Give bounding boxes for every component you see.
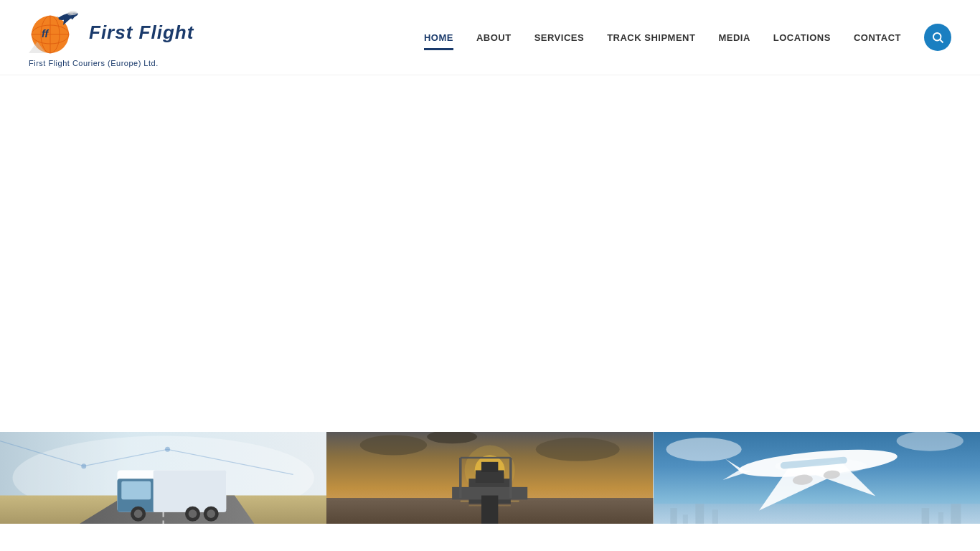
ship-image-card bbox=[326, 432, 653, 524]
truck-image bbox=[0, 432, 326, 524]
logo-company-name: First Flight bbox=[89, 22, 194, 44]
svg-point-27 bbox=[189, 509, 197, 518]
svg-point-53 bbox=[666, 438, 741, 461]
svg-point-25 bbox=[134, 509, 143, 518]
svg-rect-63 bbox=[951, 504, 961, 524]
svg-rect-58 bbox=[683, 514, 688, 524]
svg-point-33 bbox=[81, 463, 86, 468]
site-header: ff First Flight bbox=[0, 0, 980, 75]
airplane-image bbox=[654, 432, 980, 524]
bottom-image-strip bbox=[0, 432, 980, 524]
svg-rect-46 bbox=[481, 496, 498, 524]
svg-point-11 bbox=[67, 12, 73, 16]
nav-item-locations[interactable]: LOCATIONS bbox=[773, 29, 831, 46]
svg-rect-62 bbox=[938, 512, 943, 524]
logo-area[interactable]: ff First Flight bbox=[29, 7, 194, 67]
svg-rect-57 bbox=[670, 508, 677, 524]
nav-item-media[interactable]: MEDIA bbox=[718, 29, 750, 46]
nav-item-contact[interactable]: CONTACT bbox=[854, 29, 901, 46]
svg-rect-59 bbox=[695, 504, 704, 524]
svg-text:ff: ff bbox=[42, 28, 49, 39]
svg-rect-22 bbox=[154, 470, 227, 512]
truck-image-card bbox=[0, 432, 326, 524]
logo-subtitle: First Flight Couriers (Europe) Ltd. bbox=[29, 59, 159, 67]
nav-item-track-shipment[interactable]: TRACK SHIPMENT bbox=[607, 29, 695, 46]
nav-item-about[interactable]: ABOUT bbox=[476, 29, 512, 46]
ship-image bbox=[326, 432, 653, 524]
svg-rect-60 bbox=[712, 509, 717, 524]
svg-rect-23 bbox=[121, 481, 151, 500]
svg-rect-48 bbox=[481, 462, 498, 472]
logo-text: First Flight bbox=[89, 22, 194, 44]
svg-point-39 bbox=[536, 438, 620, 461]
svg-point-13 bbox=[933, 33, 941, 41]
search-icon bbox=[931, 31, 944, 44]
svg-line-14 bbox=[940, 39, 943, 42]
svg-rect-47 bbox=[476, 470, 504, 483]
nav-item-home[interactable]: HOME bbox=[424, 29, 453, 46]
svg-point-34 bbox=[165, 447, 170, 452]
main-content bbox=[0, 75, 980, 524]
logo-icon: ff bbox=[29, 7, 86, 57]
hero-area bbox=[0, 75, 980, 432]
nav-item-services[interactable]: SERVICES bbox=[534, 29, 585, 46]
airplane-image-card bbox=[654, 432, 980, 524]
svg-rect-61 bbox=[921, 508, 929, 524]
svg-point-29 bbox=[207, 509, 215, 518]
main-nav: HOME ABOUT SERVICES TRACK SHIPMENT MEDIA… bbox=[424, 24, 951, 51]
search-button[interactable] bbox=[924, 24, 951, 51]
logo-graphic: ff First Flight bbox=[29, 7, 194, 57]
svg-point-38 bbox=[360, 435, 427, 455]
